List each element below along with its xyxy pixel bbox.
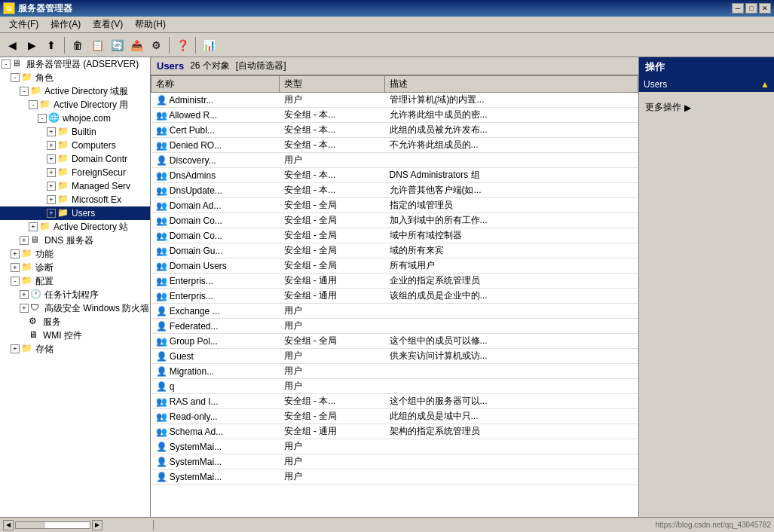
expander-ad-sites[interactable]: + <box>29 222 38 231</box>
view-button[interactable]: 📋 <box>88 36 106 54</box>
expander-dns[interactable]: + <box>20 236 29 245</box>
tree-item-roles[interactable]: - 📁 角色 <box>0 71 150 84</box>
menu-file[interactable]: 文件(F) <box>3 17 44 32</box>
table-row[interactable]: 👤 SystemMai... 用户 <box>151 469 638 485</box>
col-header-desc[interactable]: 描述 <box>385 76 638 93</box>
scroll-left-btn[interactable]: ◀ <box>3 520 14 530</box>
table-row[interactable]: 👤 Guest 用户 供来宾访问计算机或访... <box>151 349 638 364</box>
table-row[interactable]: 👤 q 用户 <box>151 379 638 394</box>
tree-item-managed[interactable]: + 📁 Managed Serv <box>0 179 150 193</box>
tree-item-firewall[interactable]: + 🛡 高级安全 Windows 防火墙 <box>0 301 150 315</box>
menu-view[interactable]: 查看(V) <box>87 17 129 32</box>
menu-help[interactable]: 帮助(H) <box>129 17 172 32</box>
table-row[interactable]: 👥 Group Pol... 安全组 - 全局 这个组中的成员可以修... <box>151 334 638 349</box>
tree-item-diagnostics[interactable]: + 📁 诊断 <box>0 261 150 274</box>
separator-3 <box>195 37 196 54</box>
table-row[interactable]: 👤 Administr... 用户 管理计算机(域)的内置... <box>151 93 638 108</box>
cell-name: 👤 q <box>151 379 280 394</box>
table-row[interactable]: 👥 DnsUpdate... 安全组 - 本... 允许普其他客户端(如... <box>151 183 638 198</box>
col-header-type[interactable]: 类型 <box>280 76 385 93</box>
table-row[interactable]: 👥 Cert Publ... 安全组 - 本... 此组的成员被允许发布... <box>151 123 638 138</box>
tree-item-root[interactable]: - 🖥 服务器管理器 (ADSERVER) <box>0 57 150 71</box>
table-row[interactable]: 👥 Domain Co... 安全组 - 全局 加入到域中的所有工作... <box>151 213 638 228</box>
col-header-name[interactable]: 名称 <box>151 76 280 93</box>
tree-item-config[interactable]: - 📁 配置 <box>0 274 150 288</box>
expander-features[interactable]: + <box>11 249 20 258</box>
table-row[interactable]: 👥 Domain Gu... 安全组 - 全局 域的所有来宾 <box>151 243 638 258</box>
tree-item-foreign[interactable]: + 📁 ForeignSecur <box>0 166 150 179</box>
expander-managed[interactable]: + <box>47 182 56 191</box>
expander-roles[interactable]: - <box>11 73 20 82</box>
expander-ad-users[interactable]: - <box>29 100 38 109</box>
table-row[interactable]: 👥 Enterpris... 安全组 - 通用 企业的指定系统管理员 <box>151 274 638 289</box>
tree-item-features[interactable]: + 📁 功能 <box>0 247 150 261</box>
tree-item-computers[interactable]: + 📁 Computers <box>0 139 150 152</box>
expander-storage[interactable]: + <box>11 344 20 353</box>
refresh-button[interactable]: 🔄 <box>108 36 126 54</box>
tree-item-dns[interactable]: + 🖥 DNS 服务器 <box>0 234 150 247</box>
scroll-right-btn[interactable]: ▶ <box>92 520 102 530</box>
help-button[interactable]: ❓ <box>173 36 191 54</box>
properties-button[interactable]: ⚙ <box>147 36 165 54</box>
tree-item-microsoft[interactable]: + 📁 Microsoft Ex <box>0 193 150 206</box>
table-row[interactable]: 👥 Schema Ad... 安全组 - 通用 架构的指定系统管理员 <box>151 424 638 439</box>
table-row[interactable]: 👥 Denied RO... 安全组 - 本... 不允许将此组成员的... <box>151 138 638 153</box>
expander-foreign[interactable]: + <box>47 168 56 177</box>
expander-domain-ctrl[interactable]: + <box>47 154 56 164</box>
table-row[interactable]: 👤 Exchange ... 用户 <box>151 304 638 319</box>
table-row[interactable]: 👥 Enterpris... 安全组 - 通用 该组的成员是企业中的... <box>151 289 638 304</box>
menu-action[interactable]: 操作(A) <box>44 17 87 32</box>
table-row[interactable]: 👤 SystemMai... 用户 <box>151 439 638 454</box>
table-row[interactable]: 👥 Read-only... 安全组 - 全局 此组的成员是域中只... <box>151 409 638 424</box>
table-row[interactable]: 👤 Migration... 用户 <box>151 364 638 379</box>
folder-icon-domain-ctrl: 📁 <box>57 153 69 165</box>
tree-item-storage[interactable]: + 📁 存储 <box>0 342 150 356</box>
actions-more[interactable]: 更多操作 ▶ <box>639 98 774 117</box>
mmc-button[interactable]: 📊 <box>200 36 218 54</box>
forward-button[interactable]: ▶ <box>23 36 41 54</box>
table-row[interactable]: 👤 SystemMai... 用户 <box>151 454 638 469</box>
expander-domain[interactable]: - <box>38 114 47 123</box>
cell-type: 安全组 - 通用 <box>280 424 385 439</box>
tree-item-services[interactable]: ⚙ 服务 <box>0 315 150 329</box>
expander-diagnostics[interactable]: + <box>11 263 20 272</box>
expander-microsoft[interactable]: + <box>47 195 56 204</box>
expander-ad-domain[interactable]: - <box>20 87 29 96</box>
export-button[interactable]: 📤 <box>127 36 145 54</box>
cell-name: 👤 Federated... <box>151 319 280 334</box>
table-row[interactable]: 👤 Discovery... 用户 <box>151 153 638 168</box>
tree-item-domain[interactable]: - 🌐 whojoe.com <box>0 112 150 125</box>
back-button[interactable]: ◀ <box>3 36 21 54</box>
expander-root[interactable]: - <box>2 60 11 69</box>
tree-item-task-sched[interactable]: + 🕐 任务计划程序 <box>0 288 150 301</box>
user-icon: 👤 <box>156 442 167 452</box>
table-row[interactable]: 👥 Allowed R... 安全组 - 本... 允许将此组中成员的密... <box>151 108 638 123</box>
table-row[interactable]: 👥 Domain Co... 安全组 - 全局 域中所有域控制器 <box>151 228 638 243</box>
expander-users[interactable]: + <box>47 209 56 218</box>
table-row[interactable]: 👥 Domain Users 安全组 - 全局 所有域用户 <box>151 258 638 274</box>
tree-item-wmi[interactable]: 🖥 WMI 控件 <box>0 329 150 342</box>
minimize-button[interactable]: ─ <box>732 3 744 14</box>
tree-item-domain-ctrl[interactable]: + 📁 Domain Contr <box>0 152 150 166</box>
expander-config[interactable]: - <box>11 277 20 286</box>
tree-item-ad-users[interactable]: - 📁 Active Directory 用 <box>0 98 150 112</box>
up-button[interactable]: ⬆ <box>42 36 60 54</box>
tree-item-ad-domain[interactable]: - 📁 Active Directory 域服 <box>0 84 150 98</box>
expander-computers[interactable]: + <box>47 141 56 150</box>
expander-task-sched[interactable]: + <box>20 290 29 299</box>
title-buttons[interactable]: ─ □ ✕ <box>732 3 771 14</box>
expander-builtin[interactable]: + <box>47 127 56 136</box>
show-hide-button[interactable]: 🗑 <box>69 36 87 54</box>
tree-label-ad-domain: Active Directory 域服 <box>44 85 128 98</box>
expander-firewall[interactable]: + <box>20 304 29 313</box>
table-row[interactable]: 👤 Federated... 用户 <box>151 319 638 334</box>
tree-item-builtin[interactable]: + 📁 Builtin <box>0 125 150 139</box>
maximize-button[interactable]: □ <box>745 3 757 14</box>
tree-item-ad-sites[interactable]: + 📁 Active Directory 站 <box>0 220 150 234</box>
tree-item-users[interactable]: + 📁 Users <box>0 206 150 220</box>
folder-icon-microsoft: 📁 <box>57 194 69 206</box>
table-row[interactable]: 👥 DnsAdmins 安全组 - 本... DNS Administrator… <box>151 168 638 183</box>
table-row[interactable]: 👥 RAS and I... 安全组 - 本... 这个组中的服务器可以... <box>151 394 638 409</box>
table-row[interactable]: 👥 Domain Ad... 安全组 - 全局 指定的域管理员 <box>151 198 638 213</box>
close-button[interactable]: ✕ <box>759 3 771 14</box>
